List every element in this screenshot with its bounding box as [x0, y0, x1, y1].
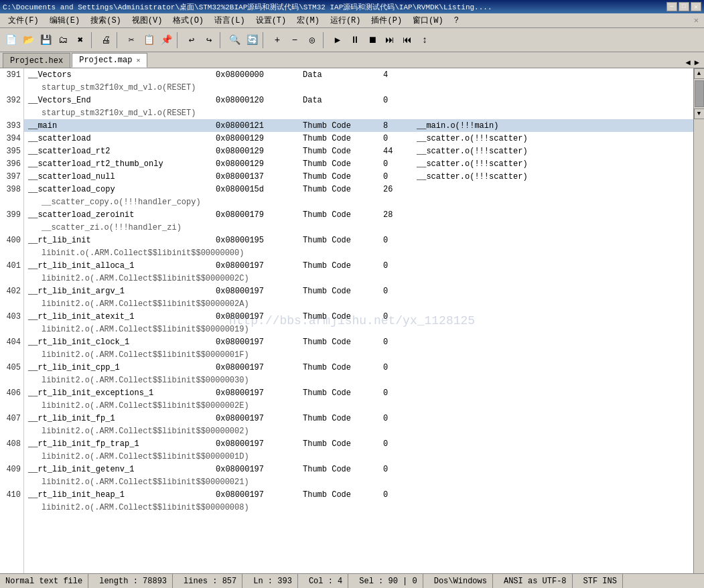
toolbar-btn-e[interactable]: ⏮: [399, 32, 415, 48]
close-button[interactable]: ✕: [691, 2, 701, 11]
menu-close-x: ✕: [694, 15, 701, 25]
line-num-1: [0, 81, 23, 94]
toolbar-btn-c[interactable]: ⏹: [364, 32, 380, 48]
tab-label-map: Project.map: [79, 56, 132, 65]
maximize-button[interactable]: □: [679, 2, 689, 11]
sub-row-12: __scatter_zi.o(!!!handler_zi): [24, 221, 693, 234]
line-numbers: 3913923933943953963973983994004014024034…: [0, 68, 24, 573]
tabs-bar: Project.hex Project.map ✕ ◀ ▶: [0, 52, 704, 68]
sub-text-26: libinit2.o(.ARM.Collect$$libinit$$000000…: [28, 401, 249, 411]
line-num-32: [0, 475, 23, 488]
zoomout-button[interactable]: −: [287, 32, 303, 48]
menu-plugins[interactable]: 插件(P): [366, 13, 407, 27]
col-type-7: Thumb Code: [303, 159, 383, 169]
col-name-2: __Vectors_End: [28, 96, 216, 105]
tabs-prev-button[interactable]: ◀: [684, 58, 693, 68]
col-size-2: 0: [383, 96, 417, 105]
undo-button[interactable]: ↩: [184, 32, 200, 48]
toolbar-btn-d[interactable]: ⏭: [382, 32, 398, 48]
sub-text-3: startup_stm32f10x_md_vl.o(RESET): [28, 108, 196, 118]
new-button[interactable]: 📄: [3, 32, 19, 48]
status-encoding: ANSI as UTF-8: [498, 574, 573, 588]
col-type-21: Thumb Code: [303, 338, 383, 347]
menu-help[interactable]: ?: [449, 15, 464, 27]
tabs-next-button[interactable]: ▶: [693, 58, 701, 68]
menu-window[interactable]: 窗口(W): [407, 13, 449, 27]
toolbar-btn-f[interactable]: ↕: [417, 32, 433, 48]
scroll-up-button[interactable]: ▲: [694, 68, 705, 79]
save-all-button[interactable]: 🗂: [55, 32, 71, 48]
menu-macro[interactable]: 宏(M): [291, 13, 325, 27]
col-type-17: Thumb Code: [303, 287, 383, 296]
col-size-25: 0: [383, 388, 417, 398]
col-addr-25: 0x08000197: [216, 388, 303, 398]
line-num-34: [0, 501, 23, 514]
paste-button[interactable]: 📌: [158, 32, 174, 48]
col-type-29: Thumb Code: [303, 439, 383, 449]
code-area[interactable]: __Vectors0x08000000Data4startup_stm32f10…: [24, 68, 693, 573]
zoomin-button[interactable]: +: [269, 32, 285, 48]
code-row-6: __scatterload_rt20x08000129Thumb Code44_…: [24, 145, 693, 157]
code-content: __Vectors0x08000000Data4startup_stm32f10…: [24, 68, 693, 514]
toolbar-sep-2: [117, 32, 121, 48]
menu-language[interactable]: 语言(L): [209, 13, 251, 27]
tab-project-hex[interactable]: Project.hex: [3, 53, 70, 68]
scroll-down-button[interactable]: ▼: [694, 108, 705, 119]
sub-text-22: libinit2.o(.ARM.Collect$$libinit$$000000…: [28, 350, 249, 360]
print-button[interactable]: 🖨: [98, 32, 114, 48]
code-row-27: __rt_lib_init_fp_10x08000197Thumb Code0: [24, 412, 693, 425]
toolbar-btn-a[interactable]: ▶: [330, 32, 346, 48]
col-size-13: 0: [383, 236, 417, 245]
line-num-2: 392: [0, 94, 23, 106]
col-addr-9: 0x0800015d: [216, 185, 303, 194]
menu-view[interactable]: 视图(V): [127, 13, 168, 27]
menu-settings[interactable]: 设置(T): [251, 13, 292, 27]
col-type-23: Thumb Code: [303, 363, 383, 372]
menu-search[interactable]: 搜索(S): [85, 13, 127, 27]
sub-text-30: libinit2.o(.ARM.Collect$$libinit$$000000…: [28, 452, 249, 461]
line-num-0: 391: [0, 68, 23, 81]
tab-project-map[interactable]: Project.map ✕: [72, 53, 147, 68]
cut-button[interactable]: ✂: [123, 32, 139, 48]
minimize-button[interactable]: ─: [666, 2, 677, 11]
col-size-21: 0: [383, 338, 417, 347]
menu-edit[interactable]: 编辑(E): [44, 13, 86, 27]
code-row-11: __scatterload_zeroinit0x08000179Thumb Co…: [24, 208, 693, 221]
status-sel: Sel : 90 | 0: [354, 574, 423, 588]
scroll-thumb[interactable]: [695, 80, 704, 107]
redo-button[interactable]: ↪: [201, 32, 217, 48]
menu-run[interactable]: 运行(R): [325, 13, 366, 27]
replace-button[interactable]: 🔄: [244, 32, 260, 48]
save-button[interactable]: 💾: [38, 32, 54, 48]
col-addr-7: 0x08000129: [216, 159, 303, 169]
col-size-9: 26: [383, 185, 417, 194]
col-type-5: Thumb Code: [303, 134, 383, 143]
line-num-16: [0, 272, 23, 285]
toolbar-btn-b[interactable]: ⏸: [347, 32, 363, 48]
sub-text-28: libinit2.o(.ARM.Collect$$libinit$$000000…: [28, 427, 249, 436]
zoomreset-button[interactable]: ◎: [304, 32, 320, 48]
line-num-9: 398: [0, 183, 23, 196]
col-addr-27: 0x08000197: [216, 414, 303, 423]
find-button[interactable]: 🔍: [226, 32, 242, 48]
col-name-29: __rt_lib_init_fp_trap_1: [28, 439, 216, 449]
col-size-19: 0: [383, 312, 417, 321]
col-type-19: Thumb Code: [303, 312, 383, 321]
title-buttons[interactable]: ─ □ ✕: [666, 2, 701, 11]
scrollbar-track: ▲ ▼: [693, 68, 704, 573]
code-row-13: __rt_lib_init0x08000195Thumb Code0: [24, 234, 693, 246]
sub-text-16: libinit2.o(.ARM.Collect$$libinit$$000000…: [28, 274, 249, 283]
line-num-15: 401: [0, 259, 23, 272]
tabs-nav: ◀ ▶: [684, 58, 704, 68]
menu-format[interactable]: 格式(O): [167, 13, 209, 27]
toolbar-sep-1: [91, 32, 95, 48]
col-size-17: 0: [383, 287, 417, 296]
tab-close-icon[interactable]: ✕: [136, 56, 140, 64]
menu-file[interactable]: 文件(F): [3, 13, 44, 27]
col-addr-11: 0x08000179: [216, 210, 303, 220]
close-doc-button[interactable]: ✖: [72, 32, 88, 48]
copy-button[interactable]: 📋: [141, 32, 157, 48]
col-name-11: __scatterload_zeroinit: [28, 210, 216, 220]
open-button[interactable]: 📂: [20, 32, 36, 48]
code-row-4: __main0x08000121Thumb Code8__main.o(!!!m…: [24, 119, 693, 132]
